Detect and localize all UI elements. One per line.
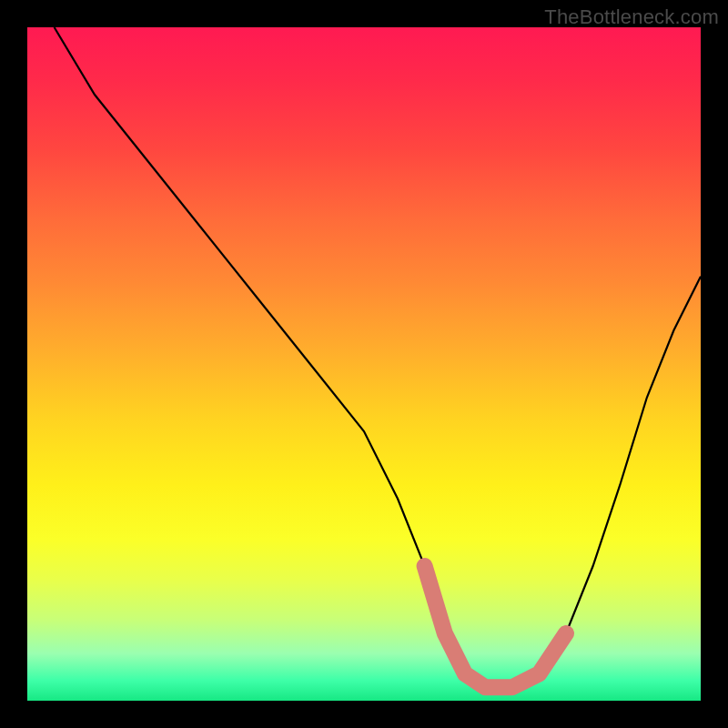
bottleneck-curve — [55, 27, 701, 687]
optimal-zone-highlight — [425, 566, 566, 687]
watermark-text: TheBottleneck.com — [544, 5, 719, 29]
chart-svg — [27, 27, 701, 701]
gradient-plot-area — [27, 27, 701, 701]
